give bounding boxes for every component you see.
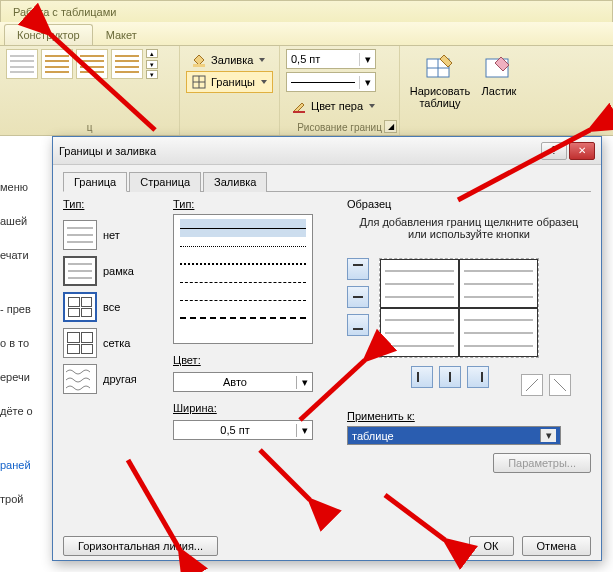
pen-style-combo[interactable]: ▾ <box>286 72 376 92</box>
gallery-scroll[interactable]: ▴ ▾ ▾ <box>146 49 158 79</box>
tab-layout[interactable]: Макет <box>93 24 150 45</box>
chevron-down-icon: ▾ <box>540 429 556 442</box>
setting-custom[interactable]: другая <box>63 364 173 394</box>
setting-all[interactable]: все <box>63 292 173 322</box>
border-left-button[interactable] <box>411 366 433 388</box>
custom-icon <box>63 364 97 394</box>
apply-to-combo[interactable]: таблице ▾ <box>347 426 561 445</box>
ribbon-body: ▴ ▾ ▾ ц Заливка Границы 0,5 пт ▾ ▾ Цвет … <box>0 46 613 136</box>
tab-border[interactable]: Граница <box>63 172 127 192</box>
border-vmid-button[interactable] <box>439 366 461 388</box>
width-label: Ширина: <box>173 402 217 414</box>
setting-grid[interactable]: сетка <box>63 328 173 358</box>
pen-color-button[interactable]: Цвет пера <box>286 95 393 117</box>
pen-icon <box>291 98 307 114</box>
fill-button[interactable]: Заливка <box>186 49 273 71</box>
svg-rect-0 <box>193 64 205 67</box>
ribbon-contextual-title: Работа с таблицами <box>0 0 613 22</box>
eraser-button[interactable]: Ластик <box>474 49 524 113</box>
box-icon <box>63 256 97 286</box>
group-draw-tools: Нарисовать таблицу Ластик <box>400 46 530 135</box>
dialog-footer: Горизонтальная линия... ОК Отмена <box>53 528 601 564</box>
draw-table-button[interactable]: Нарисовать таблицу <box>406 49 474 113</box>
dialog-tab-strip: Граница Страница Заливка <box>63 171 591 192</box>
style-swatch[interactable] <box>76 49 108 79</box>
svg-line-16 <box>554 379 566 391</box>
dialog-titlebar: Границы и заливка ? ✕ <box>53 137 601 165</box>
borders-and-shading-dialog: Границы и заливка ? ✕ Граница Страница З… <box>52 136 602 561</box>
group-pen: 0,5 пт ▾ ▾ Цвет пера Рисование границ ◢ <box>280 46 400 135</box>
color-label: Цвет: <box>173 354 201 366</box>
style-swatch[interactable] <box>41 49 73 79</box>
pen-weight-combo[interactable]: 0,5 пт ▾ <box>286 49 376 69</box>
draw-table-icon <box>424 53 456 85</box>
border-top-button[interactable] <box>347 258 369 280</box>
apply-to-label: Применить к: <box>347 410 415 422</box>
document-body: меню ашей ечати - прев о в то еречи дёте… <box>0 170 33 516</box>
preview-label: Образец <box>347 198 591 210</box>
ribbon-tab-strip: Конструктор Макет <box>0 22 613 46</box>
grid-icon <box>63 328 97 358</box>
dialog-launcher[interactable]: ◢ <box>384 120 397 133</box>
bucket-icon <box>191 52 207 68</box>
style-gallery[interactable]: ▴ ▾ ▾ <box>6 49 173 79</box>
borders-icon <box>191 74 207 90</box>
borders-button[interactable]: Границы <box>186 71 273 93</box>
border-hmid-button[interactable] <box>347 286 369 308</box>
color-combo[interactable]: Авто ▾ <box>173 372 313 392</box>
preview-hint: Для добавления границ щелкните образец и… <box>347 216 591 240</box>
setting-column: Тип: нет рамка все сетка <box>63 198 173 518</box>
style-label: Тип: <box>173 198 194 210</box>
preview-column: Образец Для добавления границ щелкните о… <box>333 198 591 518</box>
group-table-styles: ▴ ▾ ▾ ц <box>0 46 180 135</box>
ok-button[interactable]: ОК <box>469 536 514 556</box>
contextual-title-text: Работа с таблицами <box>13 6 116 18</box>
all-icon <box>63 292 97 322</box>
chevron-down-icon: ▾ <box>296 424 312 437</box>
chevron-down-icon <box>261 80 267 84</box>
chevron-down-icon <box>259 58 265 62</box>
border-bottom-button[interactable] <box>347 314 369 336</box>
dialog-title-text: Границы и заливка <box>59 145 539 157</box>
close-button[interactable]: ✕ <box>569 142 595 160</box>
none-icon <box>63 220 97 250</box>
group-style-opts: Заливка Границы <box>180 46 280 135</box>
tab-page-border[interactable]: Страница <box>129 172 201 192</box>
group-label-styles: ц <box>0 122 179 133</box>
apply-to-value: таблице <box>352 430 540 442</box>
group-label-draw: Рисование границ <box>280 122 399 133</box>
chevron-down-icon: ▾ <box>359 53 375 66</box>
border-diag2-button[interactable] <box>549 374 571 396</box>
type-label: Тип: <box>63 198 84 210</box>
color-value: Авто <box>174 376 296 388</box>
tab-shading[interactable]: Заливка <box>203 172 267 192</box>
horizontal-edge-buttons <box>379 366 571 396</box>
style-swatch[interactable] <box>111 49 143 79</box>
chevron-down-icon: ▾ <box>296 376 312 389</box>
tab-design[interactable]: Конструктор <box>4 24 93 45</box>
style-column: Тип: Цвет: Авто ▾ Ширин <box>173 198 333 518</box>
style-swatch[interactable] <box>6 49 38 79</box>
line-style-list[interactable] <box>173 214 313 344</box>
width-combo[interactable]: 0,5 пт ▾ <box>173 420 313 440</box>
pen-weight-value: 0,5 пт <box>287 53 359 65</box>
vertical-edge-buttons <box>347 258 369 396</box>
border-right-button[interactable] <box>467 366 489 388</box>
border-diag1-button[interactable] <box>521 374 543 396</box>
eraser-icon <box>483 53 515 85</box>
svg-line-15 <box>526 379 538 391</box>
preview-sample[interactable] <box>379 258 539 358</box>
setting-box[interactable]: рамка <box>63 256 173 286</box>
svg-rect-4 <box>293 111 305 113</box>
cancel-button[interactable]: Отмена <box>522 536 591 556</box>
options-button: Параметры... <box>493 453 591 473</box>
chevron-down-icon <box>369 104 375 108</box>
width-value: 0,5 пт <box>174 424 296 436</box>
help-button[interactable]: ? <box>541 142 567 160</box>
setting-none[interactable]: нет <box>63 220 173 250</box>
horizontal-line-button[interactable]: Горизонтальная линия... <box>63 536 218 556</box>
